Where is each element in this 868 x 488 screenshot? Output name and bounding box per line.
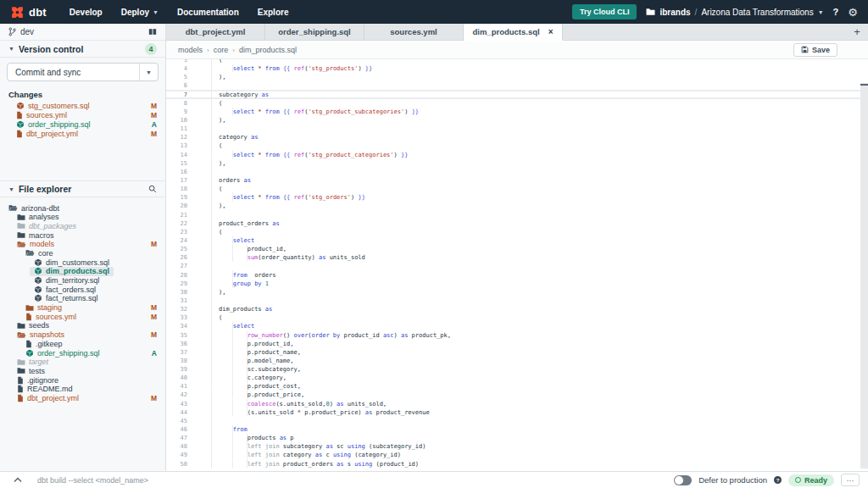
line-number: 5 [166, 73, 212, 81]
tree-item-content: dbt_project.yml [13, 394, 83, 403]
tree-item[interactable]: snapshotsM [0, 330, 165, 340]
change-item[interactable]: order_shipping.sqlA [0, 120, 165, 130]
folder-open-icon [17, 241, 26, 248]
nav-item-develop[interactable]: Develop [60, 0, 112, 24]
code-line: 18( [166, 185, 868, 193]
editor-scrollbar[interactable] [860, 83, 868, 469]
tree-item-label: snapshots [30, 330, 64, 339]
nav-item-label: Deploy [121, 8, 149, 17]
tree-item[interactable]: fact_orders.sql [0, 285, 165, 294]
try-cloud-cli-button[interactable]: Try Cloud CLI [572, 4, 637, 19]
code-line: 23( [166, 227, 868, 236]
tree-item[interactable]: analyses [0, 213, 165, 222]
tree-item[interactable]: sources.ymlM [0, 312, 165, 321]
breadcrumb-item[interactable]: core [214, 46, 229, 54]
code-line: 40c.category, [166, 374, 868, 382]
tree-item[interactable]: .gitignore [0, 375, 165, 385]
panel-layout-icon[interactable] [148, 28, 157, 36]
more-options-button[interactable]: ··· [841, 474, 860, 486]
tree-item[interactable]: dbt_project.ymlM [0, 394, 165, 403]
tree-item[interactable]: order_shipping.sqlA [0, 348, 165, 358]
close-icon[interactable]: × [548, 28, 554, 36]
tree-item[interactable]: modelsM [0, 240, 165, 249]
folder-icon [17, 367, 25, 374]
line-number: 14 [166, 150, 212, 158]
tree-status-badge: M [151, 394, 157, 402]
file-icon [16, 130, 23, 138]
code-line: 11 [166, 125, 868, 133]
tree-item[interactable]: tests [0, 367, 165, 376]
save-button[interactable]: Save [793, 43, 837, 57]
version-control-title: Version control [19, 44, 83, 54]
tab-sources.yml[interactable]: sources.yml [364, 24, 464, 40]
info-icon[interactable]: ? [774, 476, 782, 484]
change-item[interactable]: dbt_project.ymlM [0, 129, 165, 138]
change-file-name: sources.yml [26, 111, 67, 119]
file-icon [17, 385, 24, 393]
breadcrumb-item[interactable]: dim_products.sql [239, 46, 297, 54]
tree-item[interactable]: dim_territory.sql [0, 276, 165, 286]
change-item[interactable]: sources.ymlM [0, 111, 165, 120]
dbt-logo[interactable]: dbt [10, 5, 47, 19]
account-switcher[interactable]: ibrands / Arizona Data Transformations ▼ [646, 8, 823, 17]
tree-item[interactable]: seeds [0, 321, 165, 330]
chevron-up-icon[interactable] [8, 477, 27, 483]
tab-dbt_project.yml[interactable]: dbt_project.yml [166, 24, 265, 40]
gear-icon[interactable]: ⚙ [848, 7, 858, 18]
tree-item[interactable]: fact_returns.sql [0, 294, 165, 303]
new-tab-button[interactable]: + [846, 24, 868, 40]
tree-item[interactable]: dbt_packages [0, 222, 165, 231]
code-line: 21 [166, 210, 868, 219]
code-text: select * from {{ ref('stg_orders') }} [212, 193, 365, 202]
nav-item-documentation[interactable]: Documentation [168, 0, 248, 24]
tree-item[interactable]: dim_products.sql [0, 267, 165, 276]
model-cube-icon [25, 349, 34, 358]
code-text: p.product_id, [212, 339, 293, 347]
command-input[interactable]: dbt build --select <model_name> [37, 476, 664, 485]
tree-item[interactable]: stagingM [0, 303, 165, 313]
tree-item[interactable]: target [0, 358, 165, 367]
code-line: 50left join product_orders as s using (p… [166, 459, 868, 468]
code-text: product_id, [212, 245, 287, 253]
tree-item-label: dbt_project.yml [27, 394, 79, 402]
code-text: row_number() over(order by product_id as… [212, 330, 451, 339]
tree-item[interactable]: dim_customers.sql [0, 258, 165, 267]
code-line: 5), [166, 73, 868, 81]
commit-options-caret[interactable]: ▼ [139, 64, 158, 80]
nav-item-explore[interactable]: Explore [248, 0, 298, 24]
help-icon[interactable]: ? [833, 7, 839, 17]
model-cube-icon [34, 276, 42, 285]
code-line: 34select [166, 322, 868, 330]
code-text: ( [212, 313, 222, 322]
code-text: coalesce(s.units_sold,0) as units_sold, [212, 399, 387, 408]
ready-status-badge[interactable]: Ready [788, 474, 834, 486]
file-explorer-header[interactable]: ▼ File explorer [0, 180, 165, 197]
code-editor[interactable]: 3(4select * from {{ ref('stg_products') … [166, 59, 868, 471]
commit-and-sync-button[interactable]: Commit and sync ▼ [7, 63, 159, 81]
nav-item-deploy[interactable]: Deploy▼ [112, 0, 168, 24]
ready-label: Ready [804, 476, 827, 485]
tree-item-content: .gitignore [13, 375, 63, 385]
code-line: 9select * from {{ ref('stg_product_subca… [166, 107, 868, 115]
tab-dim_products.sql[interactable]: dim_products.sql× [464, 24, 563, 41]
change-item[interactable]: stg_customers.sqlM [0, 102, 165, 111]
tree-item[interactable]: arizona-dbt [0, 203, 165, 213]
code-text: select * from {{ ref('stg_product_catego… [212, 150, 408, 158]
tree-item[interactable]: macros [0, 230, 165, 240]
version-control-header[interactable]: ▼ Version control 4 [0, 41, 165, 58]
commit-button-label[interactable]: Commit and sync [8, 64, 139, 80]
defer-toggle[interactable] [674, 475, 692, 485]
code-text: select [212, 236, 254, 244]
tree-item[interactable]: core [0, 249, 165, 258]
line-number: 7 [166, 91, 212, 97]
code-text: subcategory as [212, 91, 269, 97]
code-text [212, 210, 219, 219]
breadcrumb-item[interactable]: models [178, 46, 203, 54]
search-icon[interactable] [148, 185, 157, 193]
tab-order_shipping.sql[interactable]: order_shipping.sql [265, 24, 364, 40]
line-number: 32 [166, 305, 212, 313]
tree-item[interactable]: README.md [0, 385, 165, 394]
tree-item[interactable]: .gitkeep [0, 340, 165, 349]
line-number: 4 [166, 64, 212, 73]
code-text: left join category as c using (category_… [212, 451, 401, 459]
